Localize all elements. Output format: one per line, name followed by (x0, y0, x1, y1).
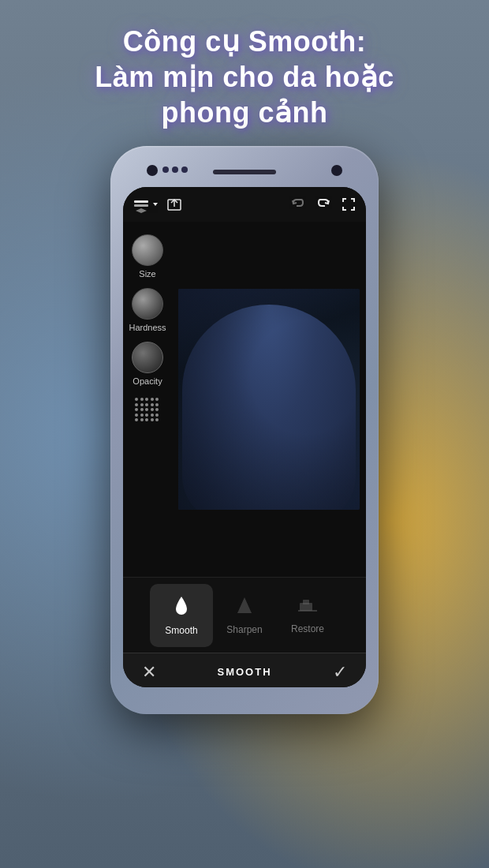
sharpen-label: Sharpen (226, 624, 262, 635)
layers-button[interactable] (133, 196, 159, 213)
opacity-circle (132, 342, 163, 373)
photo-bg (178, 289, 360, 510)
smooth-label: Smooth (165, 625, 197, 636)
cancel-button[interactable]: ✕ (142, 662, 156, 683)
restore-icon (298, 597, 317, 619)
front-camera-right (331, 165, 342, 176)
smooth-brush-item[interactable]: Smooth (150, 584, 213, 647)
grid-tool[interactable] (133, 395, 162, 425)
restore-brush-item[interactable]: Restore (276, 584, 339, 647)
toolbar-left (133, 196, 183, 213)
fullscreen-button[interactable] (341, 196, 356, 212)
hardness-label: Hardness (129, 323, 166, 332)
svg-rect-1 (134, 204, 148, 207)
sensor-dot2 (172, 166, 178, 173)
phone-body: Size Hardness Opacity (110, 146, 379, 714)
svg-marker-3 (153, 203, 158, 206)
brush-toolbar: Smooth Sharpen (123, 577, 366, 653)
sensor-dot1 (162, 166, 169, 173)
action-bar: ✕ SMOOTH ✓ (123, 653, 366, 687)
action-title: SMOOTH (217, 666, 271, 678)
size-circle (132, 234, 163, 266)
size-label: Size (139, 269, 155, 279)
undo-button[interactable] (290, 196, 306, 212)
tools-panel: Size Hardness Opacity (123, 222, 172, 577)
svg-marker-6 (237, 597, 252, 613)
tool-grid-icon (133, 395, 162, 425)
confirm-button[interactable]: ✓ (333, 662, 347, 683)
svg-rect-8 (303, 600, 309, 604)
phone-top-bar (123, 160, 366, 184)
hardness-circle (132, 288, 163, 320)
restore-label: Restore (291, 623, 324, 634)
sharpen-icon (236, 596, 253, 619)
opacity-tool[interactable]: Opacity (132, 342, 163, 386)
canvas-area[interactable] (172, 222, 366, 577)
sharpen-brush-item[interactable]: Sharpen (213, 584, 276, 647)
phone-mockup: Size Hardness Opacity (110, 146, 379, 714)
app-toolbar (123, 187, 366, 222)
opacity-label: Opacity (133, 376, 162, 386)
redo-button[interactable] (315, 196, 331, 212)
title-line3: phong cảnh (162, 96, 328, 129)
title-section: Công cụ Smooth: Làm mịn cho da hoặc phon… (0, 0, 489, 146)
size-tool[interactable]: Size (132, 234, 163, 279)
photo-shadow-overlay (178, 289, 360, 510)
toolbar-right (290, 196, 356, 212)
front-camera-left (147, 165, 158, 176)
smooth-icon (173, 595, 190, 620)
title-text: Công cụ Smooth: Làm mịn cho da hoặc phon… (24, 24, 465, 130)
import-button[interactable] (166, 196, 183, 213)
phone-screen: Size Hardness Opacity (123, 187, 366, 687)
editing-area: Size Hardness Opacity (123, 222, 366, 577)
hardness-tool[interactable]: Hardness (129, 288, 166, 332)
photo-container (178, 289, 360, 510)
title-line1: Công cụ Smooth: (123, 25, 366, 58)
svg-rect-0 (134, 200, 148, 203)
svg-marker-2 (136, 208, 147, 213)
title-line2: Làm mịn cho da hoặc (95, 61, 394, 93)
sensor-dot3 (181, 166, 188, 173)
phone-speaker (213, 170, 276, 174)
